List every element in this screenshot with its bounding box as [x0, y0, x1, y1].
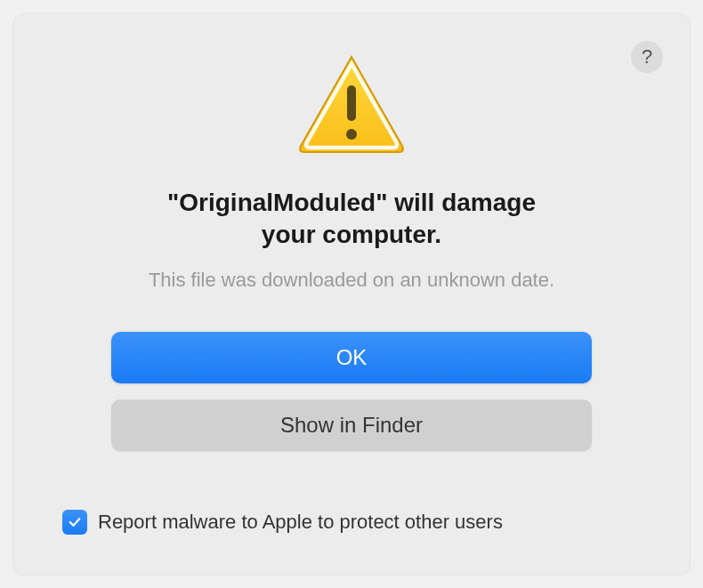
- title-line-1: "OriginalModuled" will damage: [167, 189, 536, 216]
- help-button[interactable]: ?: [631, 41, 663, 73]
- title-line-2: your computer.: [262, 221, 441, 248]
- report-checkbox-row: Report malware to Apple to protect other…: [62, 510, 503, 535]
- alert-dialog: ? "OriginalModuled" will damage your com…: [13, 14, 690, 575]
- report-checkbox[interactable]: [62, 510, 87, 535]
- checkmark-icon: [67, 514, 83, 530]
- show-in-finder-label: Show in Finder: [280, 413, 423, 438]
- ok-button-label: OK: [336, 345, 368, 370]
- show-in-finder-button[interactable]: Show in Finder: [111, 399, 592, 451]
- svg-rect-0: [347, 85, 356, 121]
- warning-icon: [294, 50, 409, 160]
- svg-point-1: [346, 129, 357, 140]
- ok-button[interactable]: OK: [111, 332, 592, 383]
- report-checkbox-label: Report malware to Apple to protect other…: [98, 511, 503, 534]
- help-icon: ?: [642, 45, 652, 68]
- dialog-subtitle: This file was downloaded on an unknown d…: [149, 269, 554, 292]
- dialog-title: "OriginalModuled" will damage your compu…: [167, 187, 536, 252]
